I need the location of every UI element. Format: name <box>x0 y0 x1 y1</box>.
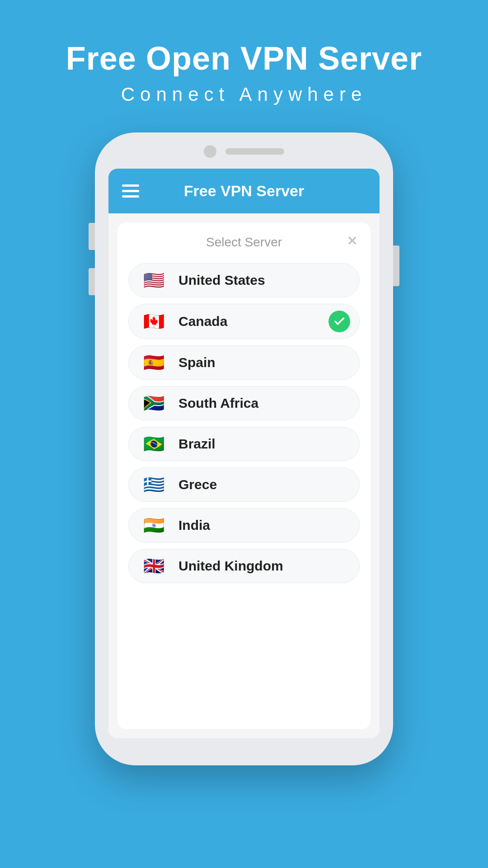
phone-screen: Free VPN Server Select Server ✕ 🇺🇸United… <box>108 169 380 738</box>
server-name-es: Spain <box>178 355 350 370</box>
server-name-br: Brazil <box>178 436 350 452</box>
flag-es: 🇪🇸 <box>138 352 169 373</box>
server-item-es[interactable]: 🇪🇸Spain <box>128 345 360 380</box>
server-item-us[interactable]: 🇺🇸United States <box>128 263 360 297</box>
server-item-za[interactable]: 🇿🇦South Africa <box>128 386 360 420</box>
flag-gr: 🇬🇷 <box>138 474 169 495</box>
app-bar-title: Free VPN Server <box>184 182 305 200</box>
dialog-header: Select Server ✕ <box>117 222 371 259</box>
flag-za: 🇿🇦 <box>138 393 169 414</box>
phone-speaker <box>225 148 284 155</box>
phone-mockup: Free VPN Server Select Server ✕ 🇺🇸United… <box>95 132 393 765</box>
hamburger-line-1 <box>122 184 139 187</box>
flag-br: 🇧🇷 <box>138 434 169 454</box>
server-name-gr: Grece <box>178 477 350 492</box>
hamburger-menu-button[interactable] <box>122 184 139 198</box>
server-item-in[interactable]: 🇮🇳India <box>128 508 360 542</box>
page-subtitle: Connect Anywhere <box>66 84 422 105</box>
server-item-gb[interactable]: 🇬🇧United Kingdom <box>128 549 360 583</box>
page-title: Free Open VPN Server <box>66 41 422 76</box>
server-name-ca: Canada <box>178 314 319 329</box>
server-item-ca[interactable]: 🇨🇦Canada <box>128 304 360 339</box>
close-button[interactable]: ✕ <box>347 233 358 249</box>
server-list: 🇺🇸United States🇨🇦Canada🇪🇸Spain🇿🇦South Af… <box>117 259 371 729</box>
app-bar: Free VPN Server <box>108 169 380 213</box>
header-section: Free Open VPN Server Connect Anywhere <box>66 41 422 105</box>
content-area: Select Server ✕ 🇺🇸United States🇨🇦Canada🇪… <box>108 213 380 738</box>
side-button-power <box>393 245 399 286</box>
hamburger-line-3 <box>122 195 139 198</box>
hamburger-line-2 <box>122 190 139 192</box>
server-select-dialog: Select Server ✕ 🇺🇸United States🇨🇦Canada🇪… <box>117 222 371 729</box>
dialog-title: Select Server <box>206 235 282 250</box>
flag-ca: 🇨🇦 <box>138 311 169 332</box>
server-item-gr[interactable]: 🇬🇷Grece <box>128 467 360 502</box>
phone-frame: Free VPN Server Select Server ✕ 🇺🇸United… <box>95 132 393 765</box>
server-name-za: South Africa <box>178 396 350 411</box>
selected-badge-ca <box>328 311 350 332</box>
server-name-us: United States <box>178 273 350 288</box>
flag-us: 🇺🇸 <box>138 270 169 291</box>
phone-camera <box>204 145 216 158</box>
flag-gb: 🇬🇧 <box>138 556 169 576</box>
side-button-volume-down <box>89 268 95 295</box>
server-name-in: India <box>178 518 350 533</box>
phone-top-area <box>204 145 284 158</box>
server-item-br[interactable]: 🇧🇷Brazil <box>128 427 360 461</box>
flag-in: 🇮🇳 <box>138 515 169 536</box>
side-button-volume-up <box>89 223 95 250</box>
server-name-gb: United Kingdom <box>178 558 350 574</box>
